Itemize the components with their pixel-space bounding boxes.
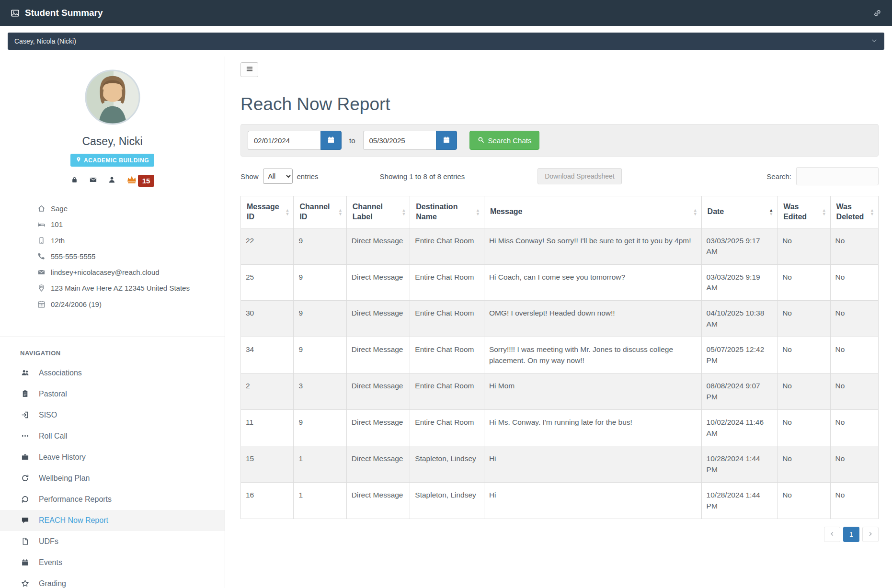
column-header-was-deleted[interactable]: Was Deleted▲▼ bbox=[830, 196, 878, 228]
show-label: Show bbox=[240, 172, 259, 181]
download-spreadsheet-button[interactable]: Download Spreadsheet bbox=[537, 168, 622, 184]
column-header-destination-name[interactable]: Destination Name▲▼ bbox=[410, 196, 484, 228]
table-cell: 03/03/2025 9:19 AM bbox=[701, 264, 778, 301]
table-cell: 10/28/2024 1:44 PM bbox=[701, 483, 778, 519]
table-search-input[interactable] bbox=[796, 167, 879, 185]
sidebar-item-reach-now-report[interactable]: REACH Now Report bbox=[0, 510, 225, 531]
table-cell: 9 bbox=[294, 337, 346, 373]
table-row: 259Direct MessageEntire Chat RoomHi Coac… bbox=[241, 264, 879, 301]
sort-arrows-icon: ▲▼ bbox=[338, 208, 343, 216]
show-entries-select[interactable]: All bbox=[263, 169, 293, 184]
notification-count-badge: 15 bbox=[138, 175, 155, 187]
table-cell: No bbox=[830, 446, 878, 483]
sidebar-item-wellbeing-plan[interactable]: Wellbeing Plan bbox=[0, 468, 225, 489]
sidebar-item-label: REACH Now Report bbox=[39, 516, 108, 525]
sidebar-item-grading[interactable]: Grading bbox=[0, 573, 225, 588]
sort-arrows-icon: ▲▼ bbox=[870, 208, 874, 216]
map-pin-icon bbox=[37, 284, 46, 294]
table-cell: Hi Coach, can I come see you tomorrow? bbox=[484, 264, 701, 301]
sidebar-item-siso[interactable]: SISO bbox=[0, 405, 225, 426]
date-from-input[interactable] bbox=[248, 131, 320, 150]
profile-detail-text: lindsey+nicolacasey@reach.cloud bbox=[51, 268, 160, 277]
sort-arrows-icon: ▲▼ bbox=[693, 208, 698, 216]
student-selector-dropdown[interactable]: Casey, Nicola (Nicki) bbox=[8, 33, 884, 50]
table-cell: Entire Chat Room bbox=[410, 337, 484, 373]
table-cell: 08/08/2024 9:07 PM bbox=[701, 373, 778, 410]
table-cell: No bbox=[778, 337, 830, 373]
table-header-row: Message ID▲▼Channel ID▲▼Channel Label▲▼D… bbox=[241, 196, 879, 228]
table-controls: Show All entries Showing 1 to 8 of 8 ent… bbox=[240, 167, 879, 185]
sidebar-nav: AssociationsPastoralSISORoll CallLeave H… bbox=[0, 362, 225, 588]
profile-detail-phone: 555-555-5555 bbox=[37, 252, 213, 263]
profile-detail-text: 12th bbox=[51, 236, 65, 246]
table-cell: No bbox=[830, 264, 878, 301]
table-cell: No bbox=[830, 301, 878, 337]
file-icon bbox=[20, 537, 30, 545]
profile-details: Sage10112th555-555-5555lindsey+nicolacas… bbox=[0, 204, 225, 328]
table-row: 349Direct MessageEntire Chat RoomSorry!!… bbox=[241, 337, 879, 373]
sidebar-item-events[interactable]: Events bbox=[0, 552, 225, 573]
menu-toggle-button[interactable] bbox=[240, 62, 258, 77]
clipboard-icon bbox=[20, 390, 30, 398]
date-to-input[interactable] bbox=[363, 131, 436, 150]
table-cell: OMG! I overslept! Headed down now!! bbox=[484, 301, 701, 337]
profile-detail-text: Sage bbox=[51, 204, 68, 214]
table-cell: No bbox=[830, 483, 878, 519]
users-icon bbox=[20, 369, 30, 377]
home-icon bbox=[37, 204, 46, 215]
column-header-message-id[interactable]: Message ID▲▼ bbox=[241, 196, 294, 228]
envelope-icon bbox=[89, 176, 97, 185]
date-from-calendar-button[interactable] bbox=[320, 131, 342, 150]
column-header-channel-id[interactable]: Channel ID▲▼ bbox=[294, 196, 346, 228]
profile-detail-home: Sage bbox=[37, 204, 213, 215]
search-chats-label: Search Chats bbox=[488, 136, 532, 145]
sort-arrows-icon: ▲▼ bbox=[822, 208, 826, 216]
sidebar-item-pastoral[interactable]: Pastoral bbox=[0, 384, 225, 405]
sidebar-item-label: Pastoral bbox=[39, 390, 67, 398]
table-cell: 30 bbox=[241, 301, 294, 337]
column-header-date[interactable]: Date▲▼ bbox=[701, 196, 778, 228]
table-cell: 16 bbox=[241, 483, 294, 519]
filter-bar: to Search Chats bbox=[240, 124, 879, 157]
table-row: 23Direct MessageEntire Chat RoomHi Mom08… bbox=[241, 373, 879, 410]
sidebar-item-leave-history[interactable]: Leave History bbox=[0, 447, 225, 468]
user-button[interactable] bbox=[108, 176, 116, 185]
sidebar-item-performance-reports[interactable]: Performance Reports bbox=[0, 489, 225, 510]
chevron-left-icon bbox=[829, 531, 835, 538]
sidebar-item-roll-call[interactable]: Roll Call bbox=[0, 426, 225, 447]
pagination-previous-button[interactable] bbox=[824, 527, 840, 542]
column-header-was-edited[interactable]: Was Edited▲▼ bbox=[778, 196, 830, 228]
envelope-button[interactable] bbox=[89, 176, 97, 185]
sidebar-item-udfs[interactable]: UDFs bbox=[0, 531, 225, 552]
date-to-calendar-button[interactable] bbox=[436, 131, 457, 150]
chevron-right-icon bbox=[868, 531, 873, 538]
sidebar-item-label: Wellbeing Plan bbox=[39, 474, 90, 483]
table-cell: No bbox=[830, 337, 878, 373]
report-table: Message ID▲▼Channel ID▲▼Channel Label▲▼D… bbox=[240, 196, 879, 519]
table-body: 229Direct MessageEntire Chat RoomHi Miss… bbox=[241, 228, 879, 519]
table-cell: Hi Miss Conway! So sorry!! I'll be sure … bbox=[484, 228, 701, 264]
column-header-label: Was Deleted bbox=[836, 203, 864, 221]
sign-in-icon bbox=[20, 411, 30, 419]
building-badge: ACADEMIC BUILDING bbox=[70, 154, 154, 167]
column-header-channel-label[interactable]: Channel Label▲▼ bbox=[346, 196, 410, 228]
table-cell: Sorry!!!! I was meeting with Mr. Jones t… bbox=[484, 337, 701, 373]
sidebar-item-label: Associations bbox=[39, 369, 82, 377]
sidebar: Casey, Nicki ACADEMIC BUILDING 15 Sage10… bbox=[0, 57, 225, 588]
table-cell: No bbox=[830, 228, 878, 264]
table-cell: Direct Message bbox=[346, 337, 410, 373]
entries-label: entries bbox=[297, 172, 319, 181]
lock-button[interactable] bbox=[70, 176, 79, 185]
calendar-icon bbox=[327, 136, 335, 145]
list-icon bbox=[246, 65, 253, 74]
search-chats-button[interactable]: Search Chats bbox=[469, 131, 540, 150]
column-header-message[interactable]: Message▲▼ bbox=[484, 196, 701, 228]
sidebar-item-associations[interactable]: Associations bbox=[0, 362, 225, 384]
table-cell: No bbox=[778, 264, 830, 301]
search-icon bbox=[478, 136, 484, 145]
permalink-button[interactable] bbox=[873, 9, 881, 17]
wellbeing-points[interactable]: 15 bbox=[126, 174, 155, 187]
sidebar-item-label: Leave History bbox=[39, 453, 86, 462]
pagination-page-1-button[interactable]: 1 bbox=[843, 527, 859, 542]
pagination-next-button[interactable] bbox=[862, 527, 879, 542]
